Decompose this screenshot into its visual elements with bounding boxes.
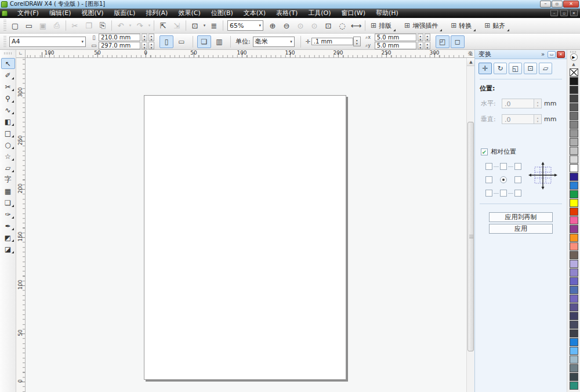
menu-item[interactable]: 位图(B) — [206, 9, 238, 18]
vertical-spinner[interactable]: ▴▾ — [534, 114, 542, 124]
undo-caret-icon[interactable]: ▾ — [128, 19, 133, 32]
zoom-level-combo[interactable]: 65% ▾ — [227, 20, 263, 31]
no-color-swatch[interactable] — [570, 68, 578, 77]
doc-restore-button[interactable]: ▫ — [560, 10, 568, 16]
rectangle-tool[interactable]: □ — [1, 128, 15, 139]
freehand-tool[interactable]: ∿ — [1, 104, 15, 115]
color-swatch[interactable] — [570, 155, 578, 164]
horizontal-ruler[interactable]: 10050050100150200250300 — [26, 50, 466, 58]
redo-caret-icon[interactable]: ▾ — [147, 19, 152, 32]
close-button[interactable]: ✕ — [563, 1, 579, 8]
menu-item[interactable]: 效果(C) — [173, 9, 205, 18]
color-swatch[interactable] — [570, 303, 578, 311]
horizontal-value[interactable]: .0 — [502, 99, 534, 108]
nudge-input[interactable] — [311, 38, 353, 45]
height-spinner-fine[interactable]: ▴▾ — [148, 42, 154, 49]
color-swatch[interactable] — [570, 347, 578, 355]
size-tab[interactable]: ⊡ — [524, 63, 537, 74]
outline-pen-tool[interactable]: ✒ — [1, 220, 15, 231]
landscape-button[interactable]: ▭ — [175, 35, 188, 48]
color-swatch[interactable] — [570, 208, 578, 216]
color-swatch[interactable] — [570, 355, 578, 364]
open-icon[interactable]: ▭ — [22, 19, 36, 32]
polygon-tool[interactable]: ☆ — [1, 151, 15, 162]
dup-y-spinner[interactable]: ▴▾ — [418, 42, 423, 49]
color-swatch[interactable] — [570, 182, 578, 190]
menu-item[interactable]: 排列(A) — [140, 9, 173, 18]
zoom-to-selection-icon[interactable]: ⊙ — [293, 19, 307, 32]
separator[interactable] — [365, 20, 365, 31]
color-swatch[interactable] — [570, 86, 578, 94]
color-swatch[interactable] — [570, 129, 578, 137]
separator[interactable] — [66, 20, 66, 31]
color-swatch[interactable] — [570, 286, 578, 294]
scale-mirror-tab[interactable]: ◱ — [509, 63, 522, 74]
horizontal-spinner[interactable]: ▴▾ — [534, 99, 542, 108]
launcher-caret-icon[interactable]: ▾ — [202, 19, 207, 32]
basic-shapes-tool[interactable]: ▱ — [1, 162, 15, 173]
new-document-icon[interactable]: ▢ — [8, 19, 22, 32]
anchor-center[interactable] — [500, 176, 507, 183]
color-swatch[interactable] — [570, 373, 578, 381]
separator[interactable] — [186, 20, 186, 31]
dup-y-spinner-fine[interactable]: ▴▾ — [425, 42, 430, 49]
color-swatch[interactable] — [570, 225, 578, 233]
dup-x-spinner-fine[interactable]: ▴▾ — [425, 34, 430, 41]
color-swatch[interactable] — [570, 382, 578, 390]
anchor-top-left[interactable] — [485, 163, 492, 170]
zoom-to-height-icon[interactable]: ⟷ — [349, 19, 363, 32]
color-swatch[interactable] — [570, 277, 578, 285]
page-width-input[interactable] — [99, 34, 140, 41]
import-icon[interactable]: ⇱ — [156, 19, 170, 32]
save-icon[interactable]: ▣ — [36, 19, 50, 32]
anchor-bottom-left[interactable] — [485, 190, 492, 197]
facing-pages-button[interactable]: ▥ — [212, 35, 226, 48]
app-launcher-icon[interactable]: ⊡ — [188, 19, 202, 32]
apply-button[interactable]: 应用 — [489, 224, 553, 234]
paste-icon[interactable]: ⎘ — [96, 19, 110, 32]
color-swatch[interactable] — [570, 216, 578, 224]
color-swatch[interactable] — [570, 112, 578, 120]
anchor-bottom-right[interactable] — [514, 190, 521, 197]
color-swatch[interactable] — [570, 190, 578, 198]
menu-item[interactable]: 帮助(H) — [371, 9, 404, 18]
bounding-box-button[interactable]: ◻ — [451, 35, 465, 48]
scrollbar-thumb[interactable] — [467, 122, 474, 351]
scroll-up-button[interactable]: ▲ — [467, 58, 475, 66]
copy-icon[interactable]: ❐ — [82, 19, 96, 32]
drawing-canvas[interactable] — [26, 58, 466, 392]
vertical-value[interactable]: .0 — [502, 114, 534, 124]
docker-minimize-button[interactable]: ▭ — [548, 51, 556, 58]
anchor-middle-left[interactable] — [485, 176, 492, 183]
anchor-bottom-center[interactable] — [500, 190, 507, 197]
color-swatch[interactable] — [570, 77, 578, 85]
minimize-button[interactable]: – — [540, 1, 551, 8]
position-tab[interactable]: ✛ — [478, 63, 492, 74]
menu-item[interactable]: 文本(X) — [238, 9, 271, 18]
zoom-to-all-icon[interactable]: ⊙ — [307, 19, 321, 32]
zoom-to-width-icon[interactable]: ◌ — [335, 19, 349, 32]
palette-grip[interactable] — [570, 51, 577, 53]
crop-tool[interactable]: ✂ — [1, 81, 15, 92]
vertical-ruler[interactable]: 300250200150100500 — [16, 58, 26, 392]
options-icon[interactable]: ≣ — [207, 19, 221, 32]
convert-button[interactable]: ⊞ 转换 — [447, 20, 476, 32]
interactive-fill-tool[interactable]: ◪ — [1, 244, 15, 255]
treat-as-filled-button[interactable]: ◰ — [436, 35, 449, 48]
zoom-out-icon[interactable]: ⊖ — [280, 19, 293, 32]
color-swatch[interactable] — [570, 260, 578, 268]
color-swatch[interactable] — [570, 268, 578, 277]
ruler-origin-icon[interactable]: ∟ — [16, 50, 26, 58]
restore-button[interactable]: ▫ — [552, 1, 563, 8]
all-pages-button[interactable]: ❏ — [197, 35, 211, 48]
relative-position-checkbox[interactable]: ✔ — [481, 148, 488, 155]
menu-item[interactable]: 文件(F) — [12, 9, 44, 18]
color-swatch[interactable] — [570, 329, 578, 337]
menu-item[interactable]: 表格(T) — [271, 9, 303, 18]
color-swatch[interactable] — [570, 364, 578, 372]
duplicate-x-input[interactable] — [375, 34, 416, 41]
separator[interactable] — [154, 20, 154, 31]
undo-icon[interactable]: ↶ — [114, 19, 128, 32]
apply-to-duplicate-button[interactable]: 应用到再制 — [489, 212, 553, 222]
color-swatch[interactable] — [570, 103, 578, 111]
